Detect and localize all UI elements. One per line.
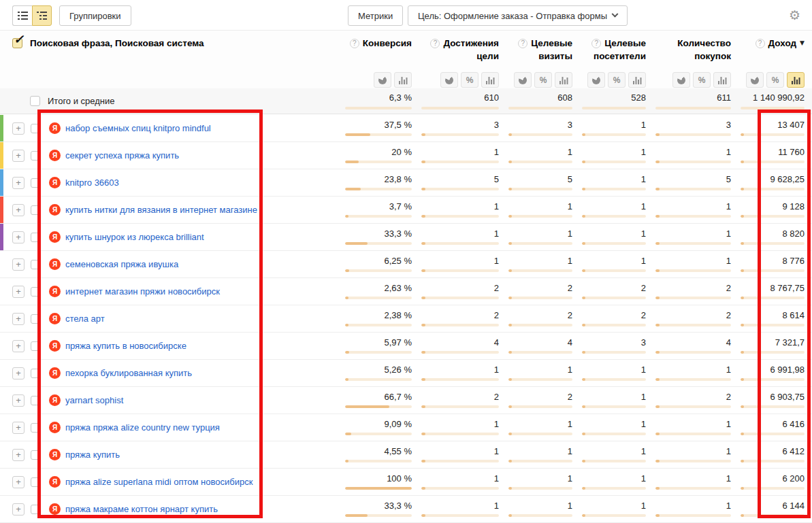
search-phrase-link[interactable]: секрет успеха пряжа купить [65, 150, 179, 161]
dimension-checkbox[interactable]: ✓ [12, 38, 22, 48]
row-left: + Я пряжа купить в новосибирске [0, 333, 338, 359]
pie-toggle-button[interactable] [514, 72, 532, 88]
row-checkbox[interactable] [31, 423, 40, 433]
pie-toggle-button[interactable] [587, 72, 605, 88]
row-checkbox[interactable] [31, 505, 40, 514]
column-title[interactable]: ?Целевые [518, 37, 572, 50]
pie-toggle-button[interactable] [746, 72, 764, 88]
column-title[interactable]: Количество [677, 37, 731, 50]
search-phrase-link[interactable]: knitpro 36603 [65, 178, 119, 188]
yandex-search-icon: Я [49, 367, 61, 379]
expand-row-button[interactable]: + [12, 204, 25, 216]
search-phrase-link[interactable]: купить нитки для вязания в интернет мага… [65, 205, 257, 215]
help-icon[interactable]: ? [350, 39, 359, 48]
row-checkbox[interactable] [31, 396, 40, 405]
search-phrase-link[interactable]: пехорка буклированная купить [65, 368, 192, 378]
metric-cell-target-visitors: 1 [575, 360, 649, 386]
column-label-line2[interactable]: цели [476, 50, 499, 63]
row-checkbox[interactable] [31, 287, 40, 297]
column-title[interactable]: ?Конверсия [350, 37, 412, 50]
metric-share-bar [655, 133, 731, 136]
expand-row-button[interactable]: + [12, 150, 25, 162]
search-phrase-link[interactable]: пряжа купить [65, 450, 120, 460]
bar-toggle-button[interactable] [555, 72, 572, 88]
tree-view-button[interactable] [32, 5, 52, 26]
row-checkbox[interactable] [31, 450, 40, 460]
metric-share-bar [582, 487, 646, 490]
expand-row-button[interactable]: + [12, 286, 25, 298]
pie-toggle-button[interactable] [672, 72, 690, 88]
goal-selector[interactable]: Цель: Оформление заказа - Отправка формы [408, 5, 628, 26]
row-checkbox[interactable] [31, 260, 40, 269]
expand-row-button[interactable]: + [12, 367, 25, 379]
row-checkbox[interactable] [31, 233, 40, 242]
expand-row-button[interactable]: + [12, 340, 25, 352]
list-view-button[interactable] [12, 5, 32, 26]
help-icon[interactable]: ? [756, 39, 765, 48]
bar-toggle-button[interactable] [628, 72, 646, 88]
help-icon[interactable]: ? [518, 39, 527, 48]
bar-toggle-button[interactable] [787, 72, 805, 88]
bar-toggle-button[interactable] [481, 72, 499, 88]
expand-row-button[interactable]: + [12, 231, 25, 243]
expand-row-button[interactable]: + [12, 258, 25, 271]
metric-value: 1 [726, 256, 731, 266]
metrics-button[interactable]: Метрики [348, 5, 403, 26]
expand-row-button[interactable]: + [12, 503, 25, 516]
row-checkbox[interactable] [31, 341, 40, 351]
bar-toggle-button[interactable] [713, 72, 731, 88]
expand-row-button[interactable]: + [12, 313, 25, 325]
column-title[interactable]: ?Целевые [591, 37, 646, 50]
percent-toggle-button[interactable]: % [461, 72, 478, 88]
percent-toggle-button[interactable]: % [534, 72, 552, 88]
expand-row-button[interactable]: + [12, 394, 25, 407]
search-phrase-link[interactable]: купить шнурок из люрекса brilliant [65, 232, 204, 242]
search-phrase-link[interactable]: пряжа макраме коттон ярнарт купить [65, 504, 218, 514]
percent-toggle-button[interactable]: % [608, 72, 626, 88]
search-phrase-link[interactable]: интернет магазин пряжи новосибирск [65, 286, 220, 297]
row-checkbox[interactable] [31, 124, 40, 133]
percent-toggle-button[interactable]: % [693, 72, 711, 88]
search-phrase-link[interactable]: пряжа купить в новосибирске [65, 341, 186, 351]
percent-toggle-button[interactable]: % [766, 72, 784, 88]
groupings-button[interactable]: Группировки [59, 5, 131, 26]
column-label-line2[interactable]: визиты [538, 50, 572, 63]
search-phrase-link[interactable]: пряжа alize superlana midi оптом новосиб… [65, 477, 253, 487]
row-checkbox[interactable] [31, 151, 40, 161]
row-checkbox[interactable] [31, 178, 40, 188]
metric-share-bar [421, 188, 499, 190]
metric-value: 3,7 % [389, 202, 412, 212]
expand-row-button[interactable]: + [12, 476, 25, 488]
metric-value: 3 [641, 338, 646, 348]
metric-cell-target-visitors: 1 [575, 224, 649, 250]
expand-row-button[interactable]: + [12, 422, 25, 434]
column-label-line2[interactable]: покупок [694, 50, 731, 63]
metric-share-bar [655, 351, 731, 354]
search-phrase-link[interactable]: стела арт [65, 314, 105, 324]
row-checkbox[interactable] [31, 314, 40, 324]
metric-share-bar [345, 242, 412, 245]
settings-gear-icon[interactable]: ⚙ [789, 7, 800, 22]
pie-toggle-button[interactable] [374, 72, 391, 88]
row-checkbox[interactable] [31, 205, 40, 215]
pie-toggle-button[interactable] [440, 72, 458, 88]
column-title[interactable]: ?Достижения [430, 37, 499, 50]
expand-row-button[interactable]: + [12, 122, 25, 135]
search-phrase-link[interactable]: набор съемных спиц knitpro mindful [65, 123, 211, 133]
search-phrase-link[interactable]: yarnart sophist [65, 395, 123, 405]
bar-toggle-button[interactable] [394, 72, 412, 88]
search-phrase-link[interactable]: семеновская пряжа ивушка [65, 259, 178, 269]
expand-row-button[interactable]: + [12, 449, 25, 461]
metric-value: 6 991,98 [770, 365, 805, 375]
help-icon[interactable]: ? [430, 39, 440, 48]
help-icon[interactable]: ? [591, 39, 601, 48]
row-checkbox[interactable] [31, 369, 40, 378]
select-all-checkbox[interactable] [30, 96, 40, 106]
column-label-line2[interactable]: посетители [594, 50, 646, 63]
expand-row-button[interactable]: + [12, 177, 25, 189]
search-phrase-link[interactable]: пряжа пряжа alize country new турция [65, 422, 220, 433]
column-title[interactable]: ?Доход▼ [756, 37, 805, 50]
row-checkbox[interactable] [31, 477, 40, 487]
metric-value: 2,63 % [385, 284, 412, 293]
row-left: + Я пехорка буклированная купить [0, 360, 338, 386]
